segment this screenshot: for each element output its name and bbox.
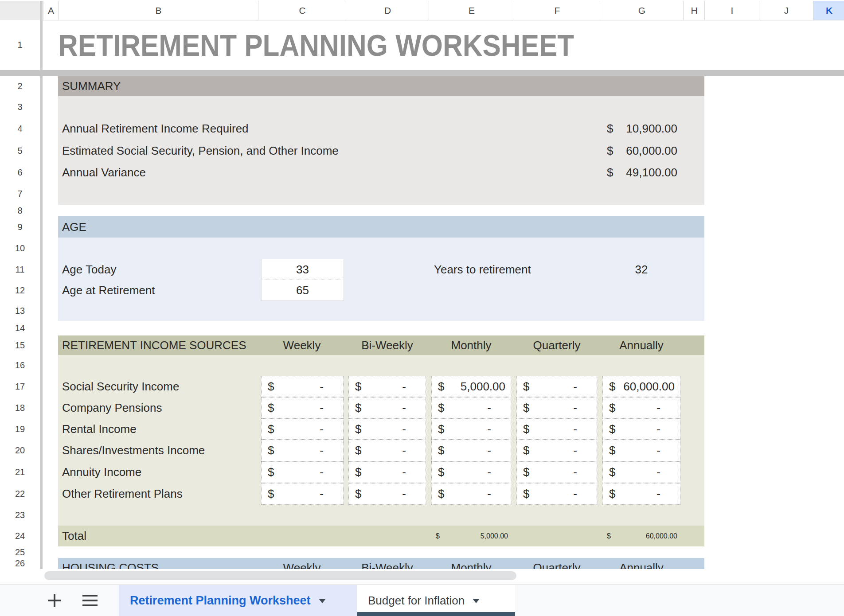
row-header-10[interactable]: 10 — [0, 238, 40, 259]
income-value-cell[interactable]: $60,000.00 — [602, 376, 680, 397]
column-header-G[interactable]: G — [600, 1, 684, 20]
age-at-retirement-input[interactable]: 65 — [261, 280, 344, 301]
row-header-15[interactable]: 15 — [0, 335, 40, 355]
income-row-label[interactable]: Company Pensions — [62, 397, 162, 418]
caret-down-icon[interactable] — [319, 599, 326, 603]
income-row-label[interactable]: Annuity Income — [62, 461, 141, 483]
row-header-24[interactable]: 24 — [0, 526, 40, 547]
income-period-header-bi-weekly[interactable]: Bi-Weekly — [346, 335, 429, 355]
select-all-corner[interactable] — [0, 1, 40, 20]
income-value-cell[interactable]: $- — [261, 376, 344, 397]
income-value-cell[interactable]: $- — [516, 397, 597, 418]
income-value-cell[interactable]: $- — [348, 483, 426, 505]
income-value-cell[interactable]: $- — [602, 397, 680, 418]
row-header-21[interactable]: 21 — [0, 461, 40, 483]
row-header-7[interactable]: 7 — [0, 183, 40, 205]
caret-down-icon[interactable] — [473, 599, 480, 603]
total-monthly-cell[interactable]: $ 5,000.00 — [429, 526, 514, 546]
income-value-cell[interactable]: $- — [431, 397, 511, 418]
row-header-22[interactable]: 22 — [0, 483, 40, 505]
age-at-retirement-label[interactable]: Age at Retirement — [62, 280, 155, 301]
income-row-label[interactable]: Rental Income — [62, 418, 137, 440]
income-period-header-monthly[interactable]: Monthly — [429, 335, 514, 355]
horizontal-scrollbar-thumb[interactable] — [44, 571, 516, 580]
income-value-cell[interactable]: $- — [516, 418, 597, 440]
row-header-12[interactable]: 12 — [0, 280, 40, 301]
row-header-17[interactable]: 17 — [0, 376, 40, 398]
summary-row-label[interactable]: Annual Retirement Income Required — [62, 118, 249, 140]
column-header-K[interactable]: K — [813, 1, 844, 20]
column-header-I[interactable]: I — [704, 1, 759, 20]
income-value-cell[interactable]: $- — [431, 440, 511, 461]
income-row-label[interactable]: Shares/Investments Income — [62, 440, 205, 461]
row-header-9[interactable]: 9 — [0, 216, 40, 238]
years-to-retirement-label[interactable]: Years to retirement — [434, 259, 531, 280]
row-header-16[interactable]: 16 — [0, 355, 40, 376]
age-section-header[interactable]: AGE — [58, 216, 704, 238]
income-period-header-annually[interactable]: Annually — [600, 335, 683, 355]
income-value-cell[interactable]: $- — [348, 461, 426, 483]
age-today-label[interactable]: Age Today — [62, 259, 116, 280]
frozen-column-divider[interactable] — [40, 1, 43, 569]
income-value-cell[interactable]: $- — [516, 461, 597, 483]
income-value-cell[interactable]: $- — [348, 418, 426, 440]
income-value-cell[interactable]: $- — [516, 483, 597, 505]
income-value-cell[interactable]: $- — [602, 418, 680, 440]
income-value-cell[interactable]: $- — [261, 440, 344, 461]
income-value-cell[interactable]: $- — [516, 440, 597, 461]
age-today-input[interactable]: 33 — [261, 259, 344, 280]
income-value-cell[interactable]: $- — [348, 440, 426, 461]
row-header-4[interactable]: 4 — [0, 118, 40, 140]
row-header-14[interactable]: 14 — [0, 321, 40, 336]
all-sheets-button hamburger-menu-icon[interactable] — [82, 595, 98, 606]
add-sheet-button plus-icon[interactable] — [46, 592, 63, 609]
total-annually-cell[interactable]: $ 60,000.00 — [600, 526, 683, 546]
years-to-retirement-value[interactable]: 32 — [600, 259, 683, 280]
sheet-tab-budget[interactable]: Budget for Inflation — [357, 585, 515, 616]
income-row-label[interactable]: Other Retirement Plans — [62, 483, 183, 505]
column-header-H[interactable]: H — [683, 1, 705, 20]
row-header-20[interactable]: 20 — [0, 440, 40, 462]
income-value-cell[interactable]: $- — [431, 418, 511, 440]
income-value-cell[interactable]: $- — [602, 461, 680, 483]
income-value-cell[interactable]: $- — [261, 397, 344, 418]
row-header-23[interactable]: 23 — [0, 505, 40, 526]
income-row-label[interactable]: Social Security Income — [62, 376, 179, 397]
income-value-cell[interactable]: $- — [431, 483, 511, 505]
summary-row-label[interactable]: Estimated Social Security, Pension, and … — [62, 140, 339, 162]
column-header-J[interactable]: J — [759, 1, 813, 20]
income-value-cell[interactable]: $- — [602, 483, 680, 505]
row-header-6[interactable]: 6 — [0, 162, 40, 183]
row-header-3[interactable]: 3 — [0, 96, 40, 118]
column-header-A[interactable]: A — [43, 1, 59, 20]
row-header-26[interactable]: 26 — [0, 558, 40, 569]
income-value-cell[interactable]: $5,000.00 — [431, 376, 511, 397]
income-value-cell[interactable]: $- — [261, 461, 344, 483]
summary-row-value-cell[interactable]: $49,100.00 — [600, 162, 683, 183]
income-value-cell[interactable]: $- — [348, 397, 426, 418]
income-value-cell[interactable]: $- — [261, 483, 344, 505]
income-period-header-weekly[interactable]: Weekly — [258, 335, 346, 355]
currency-symbol: $ — [438, 440, 444, 461]
row-header-18[interactable]: 18 — [0, 397, 40, 419]
row-header-8[interactable]: 8 — [0, 205, 40, 217]
row-header-25[interactable]: 25 — [0, 546, 40, 558]
row-header-11[interactable]: 11 — [0, 259, 40, 281]
income-value-cell[interactable]: $- — [261, 418, 344, 440]
income-value-cell[interactable]: $- — [516, 376, 597, 397]
row-header-19[interactable]: 19 — [0, 418, 40, 440]
row-header-5[interactable]: 5 — [0, 140, 40, 162]
summary-row-label[interactable]: Annual Variance — [62, 162, 146, 183]
sheet-tab-retirement[interactable]: Retirement Planning Worksheet — [119, 585, 357, 616]
income-value-cell[interactable]: $- — [602, 440, 680, 461]
income-value-cell[interactable]: $- — [348, 376, 426, 397]
row-header-13[interactable]: 13 — [0, 301, 40, 321]
income-period-header-quarterly[interactable]: Quarterly — [514, 335, 600, 355]
frozen-row-divider[interactable] — [0, 70, 844, 76]
row-header-2[interactable]: 2 — [0, 76, 40, 97]
summary-section-header[interactable]: SUMMARY — [58, 76, 704, 96]
row-header-1[interactable]: 1 — [0, 20, 40, 70]
income-value-cell[interactable]: $- — [431, 461, 511, 483]
summary-row-value-cell[interactable]: $60,000.00 — [600, 140, 683, 162]
summary-row-value-cell[interactable]: $10,900.00 — [600, 118, 683, 140]
